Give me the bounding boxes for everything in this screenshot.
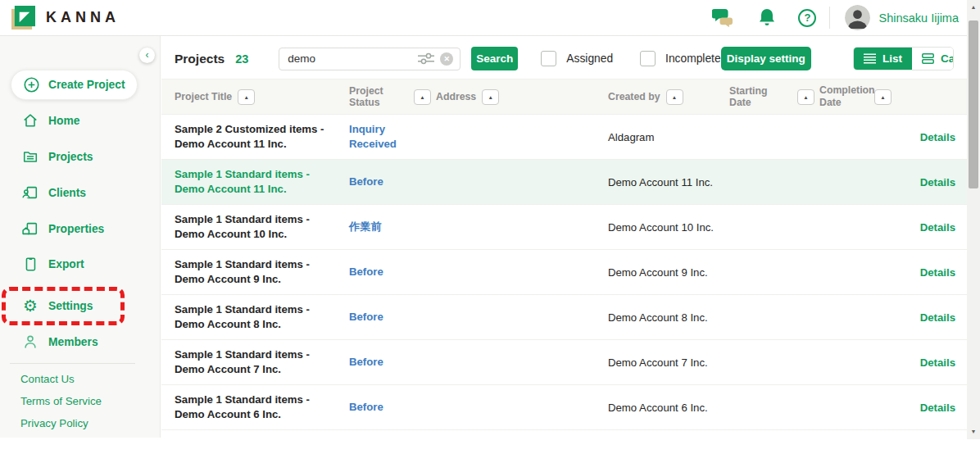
create-project-button[interactable]: Create Project — [11, 70, 138, 100]
col-completion-date: Completion Date — [819, 84, 869, 110]
details-link[interactable]: Details — [920, 221, 955, 234]
table-row: Sample 1 Standard items - Demo Account 7… — [161, 340, 967, 385]
toolbar: Projects 23 ✕ Search Assigned Incomplete… — [161, 36, 967, 79]
assigned-checkbox[interactable] — [541, 51, 556, 66]
created-by-value: Demo Account 8 Inc. — [608, 311, 729, 324]
help-icon[interactable]: ? — [798, 9, 816, 27]
created-by-value: Demo Account 6 Inc. — [608, 402, 729, 414]
brand[interactable]: KANNA — [0, 6, 120, 30]
table-body: Sample 2 Customized items - Demo Account… — [161, 115, 967, 430]
col-project-title: Project Title — [175, 91, 232, 102]
created-by-value: Demo Account 11 Inc. — [608, 176, 729, 188]
details-link[interactable]: Details — [920, 266, 955, 279]
folder-icon — [22, 148, 39, 165]
details-link[interactable]: Details — [920, 402, 955, 414]
terms-of-service-link[interactable]: Terms of Service — [0, 393, 160, 410]
header-divider — [829, 7, 830, 29]
project-status-value: Before — [349, 175, 383, 188]
main-content: Projects 23 ✕ Search Assigned Incomplete… — [161, 36, 967, 463]
sidebar-collapse-button[interactable]: ‹ — [139, 48, 155, 63]
project-title-link[interactable]: Sample 1 Standard items - Demo Account 9… — [175, 258, 310, 285]
scroll-up-arrow[interactable]: ▲ — [967, 2, 980, 13]
details-link[interactable]: Details — [920, 356, 955, 369]
user-name[interactable]: Shinsaku Iijima — [878, 11, 959, 25]
list-view-label: List — [882, 52, 902, 65]
project-title-link[interactable]: Sample 1 Standard items - Demo Account 8… — [175, 303, 310, 330]
sidebar-item-label: Members — [48, 336, 98, 348]
sidebar-item-export[interactable]: Export — [0, 252, 160, 276]
sidebar-item-label: Home — [48, 115, 79, 127]
project-status-value: Inquiry Received — [349, 123, 397, 150]
sort-project-status-button[interactable]: ▲ — [414, 89, 431, 105]
sort-completion-date-button[interactable]: ▲ — [874, 89, 892, 105]
sidebar-divider — [10, 363, 135, 364]
project-title-link[interactable]: Sample 1 Standard items - Demo Account 6… — [175, 393, 310, 420]
display-setting-button[interactable]: Display setting — [721, 47, 811, 70]
privacy-policy-link[interactable]: Privacy Policy — [0, 415, 160, 432]
sidebar-links: Contact Us Terms of Service Privacy Poli… — [0, 371, 160, 438]
search-input-wrap: ✕ — [279, 48, 461, 70]
project-title-link[interactable]: Sample 2 Customized items - Demo Account… — [175, 123, 324, 150]
card-view-button[interactable]: Card — [912, 48, 954, 70]
properties-icon — [22, 220, 39, 237]
sidebar-item-members[interactable]: Members — [0, 329, 160, 354]
chat-icon[interactable] — [712, 7, 734, 28]
card-icon — [922, 53, 934, 64]
kanna-logo-icon — [11, 6, 35, 30]
incomplete-label: Incomplete — [665, 52, 721, 65]
table-header: Project Title▲ Project Status▲ Address▲ … — [161, 79, 967, 115]
details-link[interactable]: Details — [920, 311, 955, 324]
project-title-link[interactable]: Sample 1 Standard items - Demo Account 1… — [175, 213, 310, 240]
clear-search-icon[interactable]: ✕ — [440, 52, 453, 66]
brand-name: KANNA — [46, 9, 120, 26]
sidebar-item-label: Properties — [48, 223, 104, 235]
sidebar-item-projects[interactable]: Projects — [0, 144, 160, 169]
project-count: 23 — [235, 52, 248, 66]
list-icon — [864, 53, 876, 64]
sort-starting-date-button[interactable]: ▲ — [797, 89, 814, 105]
project-title-link[interactable]: Sample 1 Standard items - Demo Account 1… — [175, 168, 310, 195]
search-button[interactable]: Search — [471, 47, 518, 70]
sort-created-by-button[interactable]: ▲ — [666, 89, 683, 105]
contact-us-link[interactable]: Contact Us — [0, 371, 160, 388]
avatar[interactable] — [845, 5, 870, 30]
scrollbar-thumb[interactable] — [969, 20, 978, 188]
incomplete-checkbox-group: Incomplete — [640, 51, 721, 66]
project-title-link[interactable]: Sample 1 Standard items - Demo Account 7… — [175, 348, 310, 375]
top-header: KANNA ? Shinsaku Iijima — [0, 0, 967, 36]
sidebar-item-label: Export — [48, 258, 84, 270]
sort-project-title-button[interactable]: ▲ — [238, 89, 255, 105]
sidebar-item-properties[interactable]: Properties — [0, 216, 160, 241]
col-starting-date: Starting Date — [729, 85, 792, 108]
sidebar-item-clients[interactable]: Clients — [0, 180, 160, 205]
notifications-icon[interactable] — [758, 7, 776, 28]
filter-sliders-icon[interactable] — [418, 52, 434, 65]
sidebar-nav: Home Projects Clients — [0, 108, 160, 354]
sidebar-item-label: Clients — [48, 187, 86, 199]
created-by-value: Aldagram — [608, 131, 729, 143]
table-row: Sample 1 Standard items - Demo Account 8… — [161, 295, 967, 340]
clients-icon — [22, 184, 39, 201]
page-title: Projects — [175, 52, 225, 66]
search-input[interactable] — [286, 52, 412, 66]
sidebar-item-settings[interactable]: ⚙ Settings — [0, 293, 160, 318]
project-status-value: Before — [349, 311, 383, 323]
created-by-value: Demo Account 10 Inc. — [608, 221, 729, 234]
sort-address-button[interactable]: ▲ — [482, 89, 499, 105]
details-link[interactable]: Details — [920, 131, 955, 143]
col-address: Address — [436, 91, 476, 102]
sidebar-item-home[interactable]: Home — [0, 108, 160, 133]
list-view-button[interactable]: List — [854, 48, 912, 70]
incomplete-checkbox[interactable] — [640, 51, 656, 66]
view-toggle: List Card — [853, 47, 954, 70]
table-row: Sample 2 Customized items - Demo Account… — [161, 115, 967, 160]
details-link[interactable]: Details — [920, 176, 955, 188]
home-icon — [22, 112, 39, 129]
scroll-down-arrow[interactable]: ▼ — [967, 426, 980, 438]
table-row: Sample 1 Standard items - Demo Account 1… — [161, 205, 967, 250]
assigned-label: Assigned — [566, 52, 613, 65]
card-view-label: Card — [941, 52, 954, 65]
assigned-checkbox-group: Assigned — [541, 51, 613, 66]
sidebar: ‹ Create Project Home Projec — [0, 36, 161, 438]
col-project-status: Project Status — [349, 85, 408, 108]
